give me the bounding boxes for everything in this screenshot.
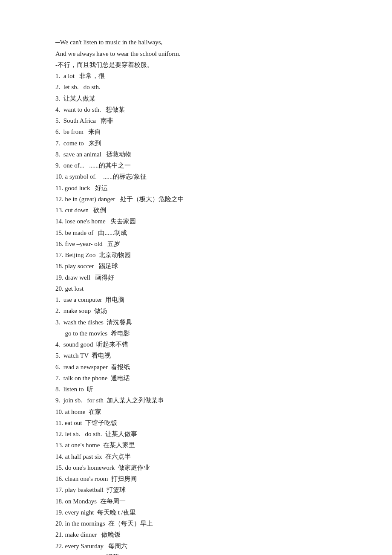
text-line-36: 13. at one's home 在某人家里	[55, 439, 337, 451]
text-line-28: 5. watch TV 看电视	[55, 350, 337, 361]
text-line-29: 6. read a newspaper 看报纸	[55, 361, 337, 373]
text-line-45: 22. every Saturday 每周六	[55, 541, 337, 552]
text-line-22: 20. get lost	[55, 283, 337, 294]
text-line-37: 14. at half past six 在六点半	[55, 451, 337, 462]
text-line-3: 1. a lot 非常，很	[55, 70, 337, 81]
main-content: ─We can't listen to music in the hallway…	[55, 26, 337, 555]
text-line-25: 3. wash the dishes 清洗餐具	[55, 317, 337, 328]
text-line-42: 19. every night 每天晚 t /夜里	[55, 507, 337, 518]
text-line-44: 21. make dinner 做晚饭	[55, 529, 337, 540]
text-line-43: 20. in the mornings 在（每天）早上	[55, 518, 337, 529]
text-line-23: 1. use a computer 用电脑	[55, 294, 337, 305]
text-line-24: 2. make soup 做汤	[55, 305, 337, 316]
text-line-5: 3. 让某人做某	[55, 93, 337, 104]
text-line-21: 19. draw well 画得好	[55, 272, 337, 283]
text-line-17: 15. be made of 由......制成	[55, 227, 337, 238]
text-line-16: 14. lose one's home 失去家园	[55, 216, 337, 227]
text-line-15: 13. cut down 砍倒	[55, 205, 337, 216]
text-line-4: 2. let sb. do sth.	[55, 81, 337, 92]
text-line-18: 16. five –year- old 五岁	[55, 238, 337, 249]
text-line-9: 7. come to 来到	[55, 138, 337, 149]
text-line-8: 6. be from 来自	[55, 126, 337, 137]
text-line-11: 9. one of... ......的其中之一	[55, 160, 337, 171]
text-line-34: 11. eat out 下馆子吃饭	[55, 417, 337, 428]
text-line-7: 5. South Africa 南非	[55, 115, 337, 126]
text-line-33: 10. at home 在家	[55, 406, 337, 417]
text-line-40: 17. play basketball 打篮球	[55, 484, 337, 495]
text-line-13: 11. good luck 好运	[55, 182, 337, 194]
text-line-39: 16. clean one's room 打扫房间	[55, 473, 337, 484]
text-line-46: 23. drink/have tea 喝茶	[55, 552, 337, 555]
text-line-26: go to the movies 希电影	[55, 328, 337, 339]
text-line-30: 7. talk on the phone 通电话	[55, 373, 337, 384]
text-line-12: 10. a symbol of. ......的标志/象征	[55, 171, 337, 182]
text-line-1: And we always have to wear the school un…	[55, 48, 337, 59]
text-line-20: 18. play soccer 踢足球	[55, 260, 337, 272]
text-line-38: 15. do one's homework 做家庭作业	[55, 462, 337, 473]
text-line-14: 12. be in (great) danger 处于（极大）危险之中	[55, 194, 337, 205]
text-line-6: 4. want to do sth. 想做某	[55, 104, 337, 115]
text-line-27: 4. sound good 听起来不错	[55, 339, 337, 350]
text-line-32: 9. join sb. for sth 加人某人之列做某事	[55, 395, 337, 406]
text-line-10: 8. save an animal 拯救动物	[55, 149, 337, 160]
text-line-41: 18. on Mondays 在每周一	[55, 496, 337, 507]
text-line-35: 12. let sb. do sth. 让某人做事	[55, 428, 337, 439]
text-line-31: 8. listen to 听	[55, 384, 337, 395]
text-line-0: ─We can't listen to music in the hallway…	[55, 37, 337, 48]
text-line-19: 17. Beijing Zoo 北京动物园	[55, 249, 337, 260]
text-line-2: -不行，而且我们总是要穿着校服。	[55, 59, 337, 70]
